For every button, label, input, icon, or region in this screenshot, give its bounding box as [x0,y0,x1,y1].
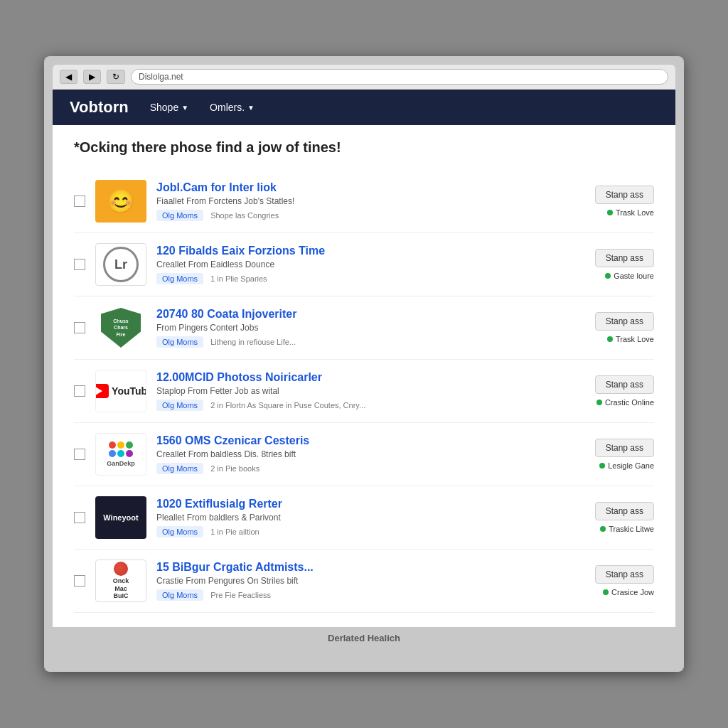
job-location-3: Litheng in refiouse Life... [210,338,296,346]
job-actions-3: Stanp ass Trask Love [595,312,654,343]
job-title-5[interactable]: 1560 OMS Czenicar Cesteris [156,434,585,447]
status-dot-5 [599,463,605,469]
apply-button-4[interactable]: Stanp ass [595,375,654,394]
job-meta-5: Olg Moms 2 in Pie books [156,463,585,474]
apply-button-2[interactable]: Stanp ass [595,249,654,267]
youtube-icon [95,384,109,398]
job-title-6[interactable]: 1020 Extiflusialg Rerter [156,498,585,510]
job-tag-2[interactable]: Olg Moms [156,273,203,284]
job-logo-1: 😊 [95,180,146,223]
status-text-4: Crastic Online [605,398,654,407]
status-badge-6: Traskic Litwe [600,525,654,533]
forward-button[interactable]: ▶ [83,70,101,84]
job-checkbox-6[interactable] [74,512,85,523]
job-title-1[interactable]: Jobl.Cam for Inter liok [156,181,585,194]
status-text-5: Lesigle Gane [608,461,654,470]
job-tag-4[interactable]: Olg Moms [156,400,203,411]
job-tag-3[interactable]: Olg Moms [156,336,203,348]
job-location-7: Pre Fie Feacliess [210,591,271,599]
refresh-button[interactable]: ↻ [107,70,125,84]
job-meta-1: Olg Moms Shope las Congries [156,210,585,221]
apply-button-1[interactable]: Stanp ass [595,186,654,204]
apply-button-6[interactable]: Stanp ass [595,502,654,520]
dot-purple [126,450,133,457]
job-logo-6: Wineyoot [95,496,146,539]
job-tag-1[interactable]: Olg Moms [156,210,203,221]
dot-green [126,441,133,449]
job-checkbox-2[interactable] [74,259,85,270]
job-logo-5: GanDekp [95,433,146,476]
nav-shope[interactable]: Shope ▼ [150,102,188,113]
dot-blue [109,450,116,457]
job-desc-4: Staplop From Fetter Job as wital [156,386,585,396]
status-badge-3: Trask Love [607,335,654,343]
status-dot-1 [607,210,613,215]
job-logo-2: Lr [95,243,146,286]
dot-cyan [117,450,124,457]
job-title-7[interactable]: 15 BiBgur Crgatic Adtmists... [156,561,585,574]
status-badge-4: Crastic Online [596,398,654,407]
apply-button-5[interactable]: Stanp ass [595,439,654,457]
job-location-4: 2 in Flortn As Square in Puse Coutes, Cn… [210,401,365,410]
youtube-play-icon [95,387,102,395]
nav-omlers[interactable]: Omlers. ▼ [210,102,255,113]
job-tag-7[interactable]: Olg Moms [156,589,203,601]
job-meta-3: Olg Moms Litheng in refiouse Life... [156,336,585,348]
list-item: GanDekp 1560 OMS Czenicar Cesteris Creal… [74,423,654,486]
job-title-4[interactable]: 12.00MCID Photoss Noiricarler [156,371,585,384]
job-tag-5[interactable]: Olg Moms [156,463,203,474]
job-details-5: 1560 OMS Czenicar Cesteris Creallet From… [156,434,585,474]
gandekp-dots-icon [109,441,133,457]
apply-button-7[interactable]: Stanp ass [595,565,654,584]
job-checkbox-4[interactable] [74,385,85,397]
job-checkbox-7[interactable] [74,575,85,587]
status-dot-2 [605,273,611,279]
status-dot-4 [596,400,602,405]
list-item: Lr 120 Fibalds Eaix Forzions Time Creall… [74,233,654,296]
job-meta-6: Olg Moms 1 in Pie ailtion [156,526,585,537]
onck-circle-icon [114,562,128,576]
job-desc-2: Creallet From Eaidless Dounce [156,259,585,269]
list-item: 😊 Jobl.Cam for Inter liok Fiaallet From … [74,170,654,233]
status-dot-6 [600,526,606,532]
job-details-7: 15 BiBgur Crgatic Adtmists... Crastie Fr… [156,561,585,601]
status-badge-7: Crasice Jow [603,588,654,596]
page-content: Vobtorn Shope ▼ Omlers. ▼ *Ocking there … [53,90,675,627]
job-checkbox-3[interactable] [74,322,85,333]
job-location-1: Shope las Congries [210,211,279,220]
job-checkbox-1[interactable] [74,196,85,207]
job-title-3[interactable]: 20740 80 Coata Injoveriter [156,308,585,321]
job-actions-5: Stanp ass Lesigle Gane [595,439,654,470]
list-item: ChussCharsFire 20740 80 Coata Injoverite… [74,296,654,360]
status-dot-3 [607,336,613,342]
youtube-label: YouTube [112,385,146,397]
job-checkbox-5[interactable] [74,449,85,460]
browser-chrome: ◀ ▶ ↻ Dislolga.net [53,65,675,90]
job-meta-2: Olg Moms 1 in Plie Sparies [156,273,585,284]
nav-shope-label: Shope [150,102,178,113]
job-actions-6: Stanp ass Traskic Litwe [595,502,654,533]
back-button[interactable]: ◀ [60,70,77,84]
job-details-1: Jobl.Cam for Inter liok Fiaallet From Fo… [156,181,585,221]
job-location-6: 1 in Pie ailtion [210,528,259,536]
job-tag-6[interactable]: Olg Moms [156,526,203,537]
main-content: *Ocking there phose find a jow of tines!… [53,125,675,627]
address-bar[interactable]: Dislolga.net [131,69,668,85]
onck-label: OnckMacBuIC [113,577,129,600]
status-text-7: Crasice Jow [611,588,654,596]
status-badge-5: Lesigle Gane [599,461,654,470]
youtube-logo: YouTube [95,384,146,398]
job-desc-3: From Pingers Contert Jobs [156,323,585,333]
job-desc-5: Creallet From baldless Dis. 8tries bift [156,449,585,459]
job-location-5: 2 in Pie books [210,464,259,473]
apply-button-3[interactable]: Stanp ass [595,312,654,331]
status-badge-1: Trask Love [607,208,654,217]
monitor-frame: ◀ ▶ ↻ Dislolga.net Vobtorn Shope ▼ Omler… [44,56,684,672]
nav-omlers-label: Omlers. [210,102,245,113]
status-text-6: Traskic Litwe [609,525,654,533]
list-item: YouTube 12.00MCID Photoss Noiricarler St… [74,360,654,423]
shield-icon: ChussCharsFire [101,308,141,348]
job-location-2: 1 in Plie Sparies [210,274,267,283]
job-logo-4: YouTube [95,370,146,412]
job-title-2[interactable]: 120 Fibalds Eaix Forzions Time [156,245,585,257]
